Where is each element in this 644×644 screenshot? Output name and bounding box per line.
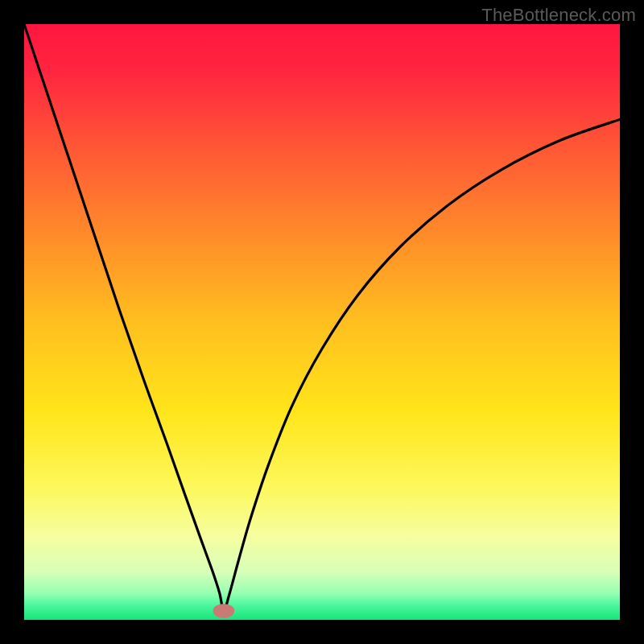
gradient-background bbox=[24, 24, 620, 620]
watermark-text: TheBottleneck.com bbox=[481, 5, 636, 26]
optimal-point-marker bbox=[213, 604, 235, 618]
plot-area bbox=[24, 24, 620, 620]
plot-svg bbox=[24, 24, 620, 620]
chart-stage: TheBottleneck.com bbox=[0, 0, 644, 644]
